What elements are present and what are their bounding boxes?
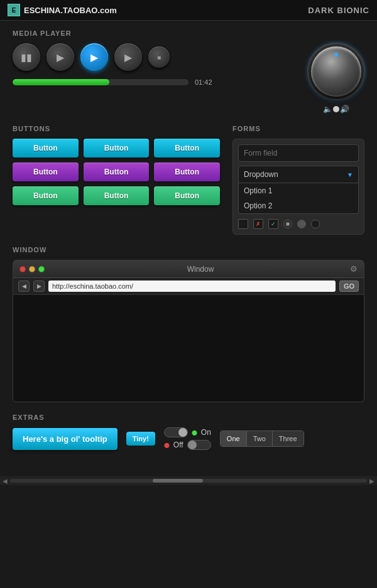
checkbox-check[interactable]: ✓ [268, 219, 278, 229]
toggle-off-track[interactable] [187, 440, 211, 450]
dropdown-options: Option 1 Option 2 [238, 183, 359, 214]
bottom-scrollbar: ◀ ▶ [0, 476, 377, 485]
option-1[interactable]: Option 1 [239, 183, 358, 198]
player-right: 🔈 🔊 [308, 43, 364, 114]
stop-button[interactable]: ■ [148, 46, 170, 68]
volume-thumb[interactable] [333, 106, 339, 112]
btn-green-3[interactable]: Button [154, 186, 220, 205]
dropdown-wrap: Dropdown ▼ Option 1 Option 2 [238, 166, 359, 214]
next-button[interactable]: ▶ [114, 43, 142, 71]
seg-btn-two[interactable]: Two [247, 431, 273, 446]
back-button[interactable]: ◀ [18, 281, 30, 292]
toggle-on-label: On [201, 428, 211, 437]
window-section: WINDOW Window ⚙ ◀ ▶ GO [13, 246, 364, 402]
go-button[interactable]: GO [339, 281, 359, 292]
window-titlebar: Window ⚙ [13, 260, 364, 278]
form-extras: ✗ ✓ [238, 219, 359, 229]
volume-knob-wrap[interactable] [308, 43, 364, 100]
header-logo: E ESCHINA.TAOBAO.com [8, 4, 117, 16]
volume-knob[interactable] [311, 46, 361, 97]
btn-green-2[interactable]: Button [84, 186, 150, 205]
logo-icon: E [8, 4, 20, 16]
extras-row: Here's a big ol' tooltip Tiny! ⬤ On ⬤ Of… [13, 427, 364, 450]
btn-cyan-2[interactable]: Button [84, 139, 150, 158]
toggle-on-track[interactable] [164, 427, 188, 437]
gear-icon[interactable]: ⚙ [350, 264, 358, 274]
forward-button[interactable]: ▶ [33, 281, 45, 292]
forms-panel: Dropdown ▼ Option 1 Option 2 ✗ ✓ [232, 139, 364, 235]
play-active-button[interactable]: ▶ [80, 43, 108, 71]
forms-label: FORMS [232, 125, 364, 132]
radio-half[interactable] [297, 220, 306, 228]
seg-btn-one[interactable]: One [221, 431, 247, 446]
scroll-right-arrow[interactable]: ▶ [369, 478, 374, 484]
btn-purple-1[interactable]: Button [13, 163, 79, 181]
scroll-left-arrow[interactable]: ◀ [3, 478, 8, 484]
buttons-forms-row: BUTTONS Button Button Button Button Butt… [13, 125, 364, 235]
main-content: MEDIA PLAYER ▮▮ ▶ ▶ ▶ ■ 01:42 [0, 21, 377, 470]
dot-off-icon: ⬤ [164, 442, 170, 448]
dot-on-icon: ⬤ [192, 430, 197, 436]
progress-bar[interactable] [13, 79, 188, 85]
window-title: Window [51, 265, 350, 274]
buttons-label: BUTTONS [13, 125, 220, 132]
button-grid: Button Button Button Button Button Butto… [13, 139, 220, 205]
radio-filled[interactable] [283, 220, 292, 228]
traffic-lights [19, 266, 45, 272]
progress-row: 01:42 [13, 78, 295, 86]
scroll-track[interactable] [10, 479, 367, 483]
media-player-label: MEDIA PLAYER [13, 29, 364, 37]
extras-label: EXTRAS [13, 414, 364, 421]
window-section-label: WINDOW [13, 246, 364, 254]
header: E ESCHINA.TAOBAO.com DARK BIONIC [0, 0, 377, 21]
time-label: 01:42 [195, 78, 214, 86]
btn-cyan-1[interactable]: Button [13, 139, 79, 158]
window-chrome: Window ⚙ ◀ ▶ GO [13, 260, 364, 402]
btn-green-1[interactable]: Button [13, 186, 79, 205]
form-field-input[interactable] [238, 144, 359, 162]
tl-red[interactable] [19, 266, 26, 272]
toggles-wrap: ⬤ On ⬤ Off [164, 427, 211, 450]
buttons-section: BUTTONS Button Button Button Button Butt… [13, 125, 220, 235]
volume-low-icon: 🔈 [323, 105, 332, 114]
btn-purple-2[interactable]: Button [84, 163, 150, 181]
btn-cyan-3[interactable]: Button [154, 139, 220, 158]
url-bar[interactable] [48, 281, 336, 292]
brand-label: DARK BIONIC [308, 6, 369, 15]
toggle-on-thumb [178, 428, 187, 437]
window-toolbar: ◀ ▶ GO [13, 278, 364, 295]
checkbox-x[interactable]: ✗ [253, 219, 263, 229]
tooltip-wrap: Here's a big ol' tooltip [13, 428, 117, 450]
volume-high-icon: 🔊 [340, 105, 349, 114]
media-player-section: MEDIA PLAYER ▮▮ ▶ ▶ ▶ ■ 01:42 [13, 29, 364, 114]
checkbox-empty[interactable] [238, 219, 248, 229]
extras-section: EXTRAS Here's a big ol' tooltip Tiny! ⬤ … [13, 414, 364, 450]
forms-section: FORMS Dropdown ▼ Option 1 Option 2 ✗ [232, 125, 364, 235]
site-name: ESCHINA.TAOBAO.com [24, 6, 117, 15]
tl-yellow[interactable] [29, 266, 35, 272]
toggle-on-row: ⬤ On [164, 427, 211, 437]
progress-fill [13, 79, 109, 85]
dropdown-arrow-icon: ▼ [347, 171, 353, 178]
toggle-off-row: ⬤ Off [164, 440, 211, 450]
play-button[interactable]: ▶ [46, 43, 74, 71]
tiny-button[interactable]: Tiny! [126, 432, 155, 446]
radio-empty[interactable] [311, 220, 320, 228]
btn-purple-3[interactable]: Button [154, 163, 220, 181]
player-controls: ▮▮ ▶ ▶ ▶ ■ [13, 43, 295, 71]
dropdown-label: Dropdown [244, 170, 278, 179]
tooltip-button[interactable]: Here's a big ol' tooltip [13, 428, 117, 450]
pause-button[interactable]: ▮▮ [13, 43, 40, 71]
volume-row: 🔈 🔊 [323, 105, 349, 114]
option-2[interactable]: Option 2 [239, 198, 358, 213]
seg-btn-three[interactable]: Three [273, 431, 303, 446]
scroll-thumb[interactable] [153, 479, 203, 483]
window-content-area [13, 295, 364, 402]
toggle-off-thumb [188, 441, 197, 449]
tl-green[interactable] [38, 266, 45, 272]
segmented-control: One Two Three [220, 430, 304, 447]
dropdown-button[interactable]: Dropdown ▼ [238, 166, 359, 183]
toggle-off-label: Off [173, 441, 183, 449]
